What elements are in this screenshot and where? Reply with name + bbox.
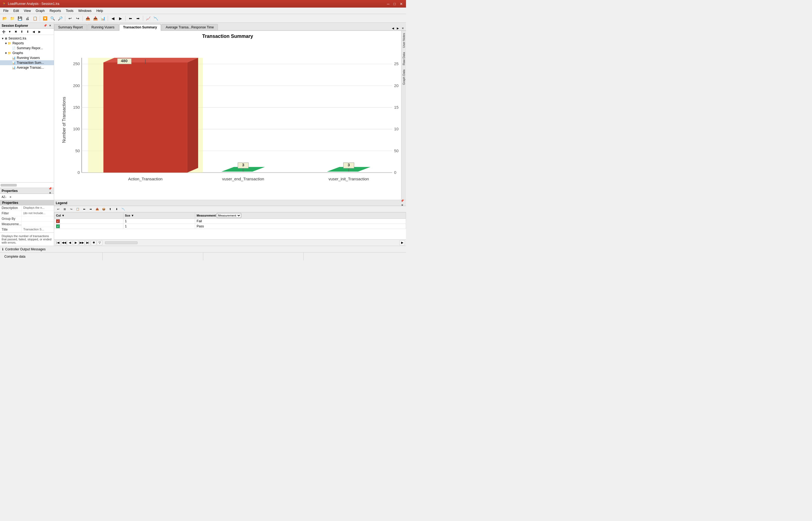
nav-prev[interactable]: ◀ [67, 240, 72, 245]
minimize-button[interactable]: ─ [385, 1, 391, 6]
tab-transaction-summary-tab[interactable]: Transaction Summary [119, 24, 161, 31]
menu-item-help[interactable]: Help [94, 8, 105, 13]
graph-region: Transaction Summary Number of Transactio… [54, 31, 406, 200]
legend-checkbox[interactable]: ✓ [56, 219, 60, 223]
tree-item-transaction-sum[interactable]: 📊Transaction Sum... [0, 60, 54, 65]
se-toolbar-left[interactable]: ◀ [31, 29, 36, 34]
nav-first[interactable]: |◀ [55, 240, 61, 245]
toolbar-btn11[interactable]: 📤 [84, 15, 91, 22]
legend-measurement-header[interactable]: Measurement Measurement [195, 212, 406, 219]
props-category[interactable]: ≡ [7, 195, 14, 199]
tab-prev[interactable]: ◀ [391, 26, 395, 30]
toolbar-btn15[interactable]: ▶ [117, 15, 124, 22]
lt-btn7[interactable]: 📤 [94, 207, 100, 211]
se-toolbar-remove[interactable]: ✖ [13, 29, 18, 34]
nav-scrollbar[interactable] [105, 242, 399, 244]
toolbar-btn8[interactable]: 🔎 [57, 15, 64, 22]
lt-btn6[interactable]: ➡ [88, 207, 94, 211]
tree-icon: 📁 [7, 42, 12, 45]
side-tab-graph-data[interactable]: Graph Data [402, 67, 406, 87]
maximize-button[interactable]: □ [392, 1, 397, 6]
se-toolbar-add[interactable]: ➕ [1, 29, 6, 34]
menu-item-edit[interactable]: Edit [11, 8, 21, 13]
nav-prev-fast[interactable]: ◀◀ [61, 240, 67, 245]
tree-item-summary-report[interactable]: 📄Summary Repor... [0, 46, 54, 50]
tree-item-graphs[interactable]: ▼📁Graphs [0, 50, 54, 55]
session-explorer-toolbar: ➕ ▼ ✖ ⬆ ⬇ ◀ ▶ [0, 29, 54, 35]
tab-avg-response-tab[interactable]: Average Transa...Response Time [162, 24, 218, 30]
toolbar-btn7[interactable]: 🔍 [49, 15, 56, 22]
status-bar: ℹ Controller Output Messages [0, 246, 406, 252]
props-pin-button[interactable]: 📌 [48, 186, 52, 191]
tree-item-running-vusers[interactable]: 📊Running Vusers [0, 55, 54, 60]
lt-btn4[interactable]: 📋 [75, 207, 81, 211]
legend-nav: |◀ ◀◀ ◀ ▶ ▶▶ ▶| ✱ ▽ ▶ [54, 239, 406, 246]
legend-color-cell: ✓ [55, 224, 123, 229]
tab-close[interactable]: ✕ [401, 26, 405, 30]
nav-last[interactable]: ▶| [85, 240, 90, 245]
lt-btn5[interactable]: ⬅ [81, 207, 87, 211]
menu-item-graph[interactable]: Graph [34, 8, 47, 13]
tree-item-session1[interactable]: ▼🖥Session1.lra [0, 36, 54, 41]
svg-text:vuser_end_Transaction: vuser_end_Transaction [222, 177, 264, 181]
tree-item-reports[interactable]: ▼📁Reports [0, 41, 54, 46]
prop-label: Filter [0, 211, 22, 216]
menu-item-file[interactable]: File [1, 8, 10, 13]
lt-btn1[interactable]: ↩ [55, 207, 61, 211]
menu-item-tools[interactable]: Tools [64, 8, 76, 13]
graph-area: Transaction Summary Number of Transactio… [54, 31, 401, 200]
toolbar-filter[interactable]: 🔽 [41, 15, 48, 22]
lt-btn10[interactable]: ⬇ [114, 207, 120, 211]
lt-btn2[interactable]: ⊞ [62, 207, 68, 211]
lt-btn8[interactable]: 📦 [101, 207, 107, 211]
complete-data-label: Complete data [4, 255, 25, 258]
props-sort-az[interactable]: AZ↓ [1, 195, 7, 199]
close-button[interactable]: ✕ [399, 1, 404, 6]
se-toolbar-up[interactable]: ⬆ [19, 29, 24, 34]
lt-btn9[interactable]: ⬆ [107, 207, 113, 211]
se-toolbar-down[interactable]: ⬇ [25, 29, 30, 34]
tab-running-vusers-tab[interactable]: Running Vusers [87, 24, 119, 30]
toolbar-redo[interactable]: ↪ [74, 15, 81, 22]
menu-item-windows[interactable]: Windows [76, 8, 94, 13]
legend-col-header[interactable]: Col ▼ [55, 212, 123, 219]
bottom-section-3 [203, 252, 304, 260]
toolbar-save[interactable]: 💾 [16, 15, 23, 22]
nav-scroll-right[interactable]: ▶ [400, 240, 405, 245]
measurement-filter[interactable]: Measurement [217, 213, 241, 218]
toolbar-new[interactable]: 📂 [1, 15, 8, 22]
toolbar-undo[interactable]: ↩ [67, 15, 73, 22]
toolbar-btn18[interactable]: 📈 [145, 15, 152, 22]
props-close-button[interactable]: ✕ [48, 191, 52, 195]
se-toolbar-arrow[interactable]: ▼ [7, 29, 13, 34]
toolbar-btn5[interactable]: 📋 [31, 15, 39, 22]
tab-summary-report-tab[interactable]: Summary Report [54, 24, 87, 30]
lt-btn11[interactable]: 📉 [120, 207, 126, 211]
toolbar-btn19[interactable]: 📉 [152, 15, 159, 22]
side-tab-user-notes[interactable]: User Notes [402, 31, 406, 50]
toolbar-btn16[interactable]: ⬅ [127, 15, 134, 22]
menu-item-view[interactable]: View [22, 8, 33, 13]
toolbar-open[interactable]: 📁 [9, 15, 16, 22]
tree-item-average-transac[interactable]: 📊Average Transac... [0, 65, 54, 70]
se-pin-button[interactable]: 📌 [43, 24, 47, 28]
legend-sce-header[interactable]: Sce ▼ [123, 212, 195, 219]
toolbar-btn14[interactable]: ◀ [109, 15, 116, 22]
nav-star[interactable]: ✱ [91, 240, 97, 245]
toolbar-btn12[interactable]: 📥 [92, 15, 99, 22]
nav-next[interactable]: ▶ [73, 240, 79, 245]
se-toolbar-right[interactable]: ▶ [37, 29, 42, 34]
scrollbar-area[interactable] [0, 182, 54, 188]
nav-filter[interactable]: ▽ [97, 240, 102, 245]
nav-next-fast[interactable]: ▶▶ [79, 240, 84, 245]
lt-btn3[interactable]: ↪ [68, 207, 74, 211]
toolbar-btn17[interactable]: ➡ [134, 15, 142, 22]
toolbar-print[interactable]: 🖨 [24, 15, 31, 22]
menu-item-reports[interactable]: Reports [47, 8, 63, 13]
se-close-button[interactable]: ✕ [48, 24, 52, 28]
toolbar-btn13[interactable]: 📊 [99, 15, 106, 22]
svg-text:100: 100 [394, 127, 399, 131]
tab-next[interactable]: ▶ [396, 26, 400, 30]
side-tab-raw-data[interactable]: Raw Data [402, 50, 406, 67]
legend-checkbox[interactable]: ✓ [56, 224, 60, 228]
